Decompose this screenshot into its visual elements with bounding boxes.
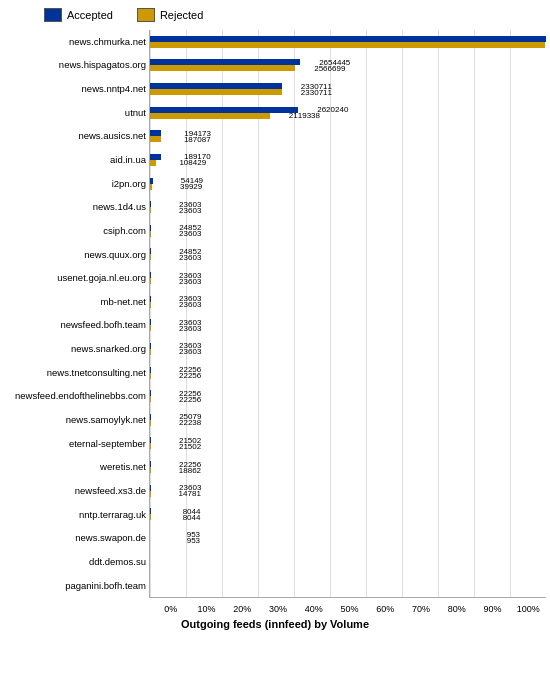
bar-row: 26544452566699 xyxy=(150,57,546,73)
bar-row: 5414939929 xyxy=(150,176,546,192)
bar-rejected-label: 23603 xyxy=(179,324,201,333)
bar-row xyxy=(150,554,546,570)
y-label: news.snarked.org xyxy=(4,344,146,354)
bar-rejected-label: 187087 xyxy=(184,135,211,144)
bar-rejected: 2119338 xyxy=(150,113,270,119)
bar-rejected-label: 23603 xyxy=(179,347,201,356)
x-axis-labels: 0%10%20%30%40%50%60%70%80%90%100% xyxy=(153,604,546,614)
legend-accepted-label: Accepted xyxy=(67,9,113,21)
bar-rejected-label: 22256 xyxy=(179,395,201,404)
y-label: news.ausics.net xyxy=(4,131,146,141)
y-label: news.swapon.de xyxy=(4,533,146,543)
bar-rejected: 23603 xyxy=(150,325,151,331)
x-axis-label: 100% xyxy=(510,604,546,614)
bar-row: 2485223603 xyxy=(150,223,546,239)
bar-row: 2225622256 xyxy=(150,388,546,404)
bar-rejected: 23603 xyxy=(150,278,151,284)
bottom-section: 0%10%20%30%40%50%60%70%80%90%100% Outgoi… xyxy=(4,602,546,630)
bar-row: 953953 xyxy=(150,530,546,546)
bar-rejected: 39929 xyxy=(150,184,152,190)
bar-rejected: 23603 xyxy=(150,302,151,308)
bar-row: 23307112330711 xyxy=(150,81,546,97)
bar-rejected: 187087 xyxy=(150,136,161,142)
y-label: nntp.terrarag.uk xyxy=(4,510,146,520)
y-label: news.1d4.us xyxy=(4,202,146,212)
bar-row: 2225618862 xyxy=(150,459,546,475)
bar-rejected: 23603 xyxy=(150,254,151,260)
x-axis-label: 10% xyxy=(189,604,225,614)
bar-rejected-label: 39929 xyxy=(180,182,202,191)
chart-container: Accepted Rejected news.chmurka.netnews.h… xyxy=(0,0,550,680)
bar-rejected: 21502 xyxy=(150,443,151,449)
bar-rejected-label: 14781 xyxy=(179,489,201,498)
bar-row xyxy=(150,577,546,593)
bars-area: 6992754697137326544452566699233071123307… xyxy=(149,30,546,598)
bar-rejected: 22256 xyxy=(150,396,151,402)
bar-rejected: 22238 xyxy=(150,420,151,426)
bar-rejected: 2330711 xyxy=(150,89,282,95)
bar-rejected: 14781 xyxy=(150,491,151,497)
bar-rejected-label: 21502 xyxy=(179,442,201,451)
bar-row: 2485223603 xyxy=(150,246,546,262)
bar-row: 2150221502 xyxy=(150,435,546,451)
y-label: news.nntp4.net xyxy=(4,84,146,94)
chart-area: news.chmurka.netnews.hispagatos.orgnews.… xyxy=(4,30,546,598)
y-label: ddt.demos.su xyxy=(4,557,146,567)
legend-accepted: Accepted xyxy=(44,8,113,22)
bar-row: 2507922238 xyxy=(150,412,546,428)
bar-rejected-label: 23603 xyxy=(179,300,201,309)
x-axis-label: 20% xyxy=(224,604,260,614)
y-labels: news.chmurka.netnews.hispagatos.orgnews.… xyxy=(4,30,149,598)
bar-rejected-label: 22238 xyxy=(179,418,201,427)
bar-rejected: 23603 xyxy=(150,231,151,237)
bar-row: 2225622256 xyxy=(150,365,546,381)
bar-row: 2360323603 xyxy=(150,294,546,310)
x-axis-label: 60% xyxy=(367,604,403,614)
y-label: newsfeed.bofh.team xyxy=(4,320,146,330)
bar-rejected-label: 953 xyxy=(187,536,200,545)
x-axis-label: 40% xyxy=(296,604,332,614)
y-label: news.hispagatos.org xyxy=(4,60,146,70)
y-label: news.chmurka.net xyxy=(4,37,146,47)
x-axis-label: 50% xyxy=(332,604,368,614)
bar-rejected-label: 18862 xyxy=(179,466,201,475)
y-label: usenet.goja.nl.eu.org xyxy=(4,273,146,283)
legend: Accepted Rejected xyxy=(44,8,546,22)
y-label: csiph.com xyxy=(4,226,146,236)
legend-rejected-box xyxy=(137,8,155,22)
bar-accepted-label: 2620240 xyxy=(317,105,348,114)
x-axis-title: Outgoing feeds (innfeed) by Volume xyxy=(4,618,546,630)
bar-row: 2360323603 xyxy=(150,341,546,357)
y-label: weretis.net xyxy=(4,462,146,472)
legend-accepted-box xyxy=(44,8,62,22)
x-axis-label: 70% xyxy=(403,604,439,614)
y-label: news.quux.org xyxy=(4,250,146,260)
bar-row: 2360314781 xyxy=(150,483,546,499)
bar-rejected: 22256 xyxy=(150,373,151,379)
bar-rejected: 23603 xyxy=(150,207,151,213)
x-axis-label: 30% xyxy=(260,604,296,614)
bar-row: 194173187087 xyxy=(150,128,546,144)
x-axis-label: 80% xyxy=(439,604,475,614)
y-label: aid.in.ua xyxy=(4,155,146,165)
bar-row: 26202402119338 xyxy=(150,105,546,121)
bar-rejected: 108429 xyxy=(150,160,156,166)
y-label: eternal-september xyxy=(4,439,146,449)
bar-rejected: 2566699 xyxy=(150,65,295,71)
bar-rejected-label: 2119338 xyxy=(289,111,320,120)
bar-rejected-label: 2566699 xyxy=(314,64,345,73)
bar-row: 2360323603 xyxy=(150,199,546,215)
y-label: news.tnetconsulting.net xyxy=(4,368,146,378)
bar-rejected: 18862 xyxy=(150,467,151,473)
bar-row: 189170108429 xyxy=(150,152,546,168)
y-label: newsfeed.xs3.de xyxy=(4,486,146,496)
x-axis-label: 0% xyxy=(153,604,189,614)
bar-rejected: 23603 xyxy=(150,349,151,355)
y-label: utnut xyxy=(4,108,146,118)
bar-rejected-label: 108429 xyxy=(179,158,206,167)
y-label: newsfeed.endofthelinebbs.com xyxy=(4,391,146,401)
y-label: news.samoylyk.net xyxy=(4,415,146,425)
bar-row: 2360323603 xyxy=(150,317,546,333)
x-axis-label: 90% xyxy=(475,604,511,614)
bar-rejected-label: 23603 xyxy=(179,277,201,286)
